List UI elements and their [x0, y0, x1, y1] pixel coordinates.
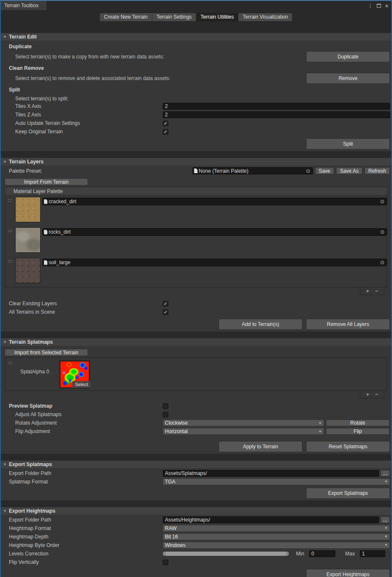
- export-splatmaps-header[interactable]: ▼ Export Splatmaps: [1, 461, 391, 468]
- splat-row[interactable]: SplatAlpha 0 Select: [5, 358, 387, 390]
- tiles-z-input[interactable]: [163, 111, 390, 118]
- object-picker-icon[interactable]: ⊙: [379, 260, 385, 265]
- terrain-layers-header[interactable]: ▼ Terrain Layers: [1, 158, 391, 166]
- add-to-terrains-button[interactable]: Add to Terrain(s): [219, 319, 302, 330]
- foldout-icon[interactable]: ▼: [1, 160, 9, 164]
- window-tab[interactable]: Terrain Toolbox: [1, 1, 47, 10]
- heightmap-format-dropdown[interactable]: RAW ▼: [163, 525, 390, 532]
- layer-objectfield[interactable]: soil_large ⊙: [42, 259, 387, 266]
- splat-label: SplatAlpha 0: [20, 369, 59, 375]
- duplicate-button[interactable]: Duplicate: [306, 51, 390, 62]
- adjust-all-label: Adjust All Splatmaps: [15, 411, 61, 417]
- foldout-icon[interactable]: ▼: [1, 340, 9, 344]
- rotate-adjustment-value: Clockwise: [165, 420, 188, 426]
- layer-thumbnail[interactable]: [15, 258, 41, 283]
- drag-handle-icon[interactable]: [8, 362, 12, 364]
- menu-icon[interactable]: ⋮: [367, 3, 373, 9]
- drag-handle-icon[interactable]: [8, 230, 12, 232]
- section-terrain-layers: ▼ Terrain Layers Palette Preset: None (T…: [1, 158, 391, 331]
- split-button-row: Split: [1, 138, 391, 149]
- splatmap-format-label: Splatmap Format: [9, 479, 48, 485]
- export-folder-path-input[interactable]: [163, 516, 379, 523]
- layer-row[interactable]: soil_large ⊙: [5, 257, 387, 287]
- list-footer: + −: [360, 391, 384, 398]
- foldout-icon[interactable]: ▼: [1, 509, 9, 513]
- drag-handle-icon[interactable]: [8, 199, 12, 202]
- clear-existing-checkbox[interactable]: [163, 301, 168, 306]
- window-title: Terrain Toolbox: [4, 3, 38, 8]
- tab-terrain-visualization[interactable]: Terrain Visualization: [238, 13, 292, 21]
- remove-splat-button[interactable]: −: [375, 392, 378, 397]
- flip-vertically-checkbox[interactable]: [163, 560, 168, 565]
- close-icon[interactable]: ×: [385, 3, 389, 9]
- levels-correction-label: Levels Correction: [9, 551, 48, 557]
- foldout-icon[interactable]: ▼: [1, 462, 9, 467]
- remove-all-layers-button[interactable]: Remove All Layers: [306, 319, 390, 330]
- add-splat-button[interactable]: +: [366, 392, 369, 397]
- rotate-adjustment-dropdown[interactable]: Clockwise ▼: [163, 420, 324, 426]
- flip-adjustment-value: Horizontal: [165, 428, 188, 434]
- terrain-edit-header[interactable]: ▼ Terrain Edit: [1, 33, 391, 41]
- tab-create-new-terrain[interactable]: Create New Terrain: [100, 13, 152, 21]
- export-heightmaps-button[interactable]: Export Heightmaps: [306, 569, 390, 577]
- layer-row[interactable]: rocks_dirt ⊙: [5, 226, 387, 257]
- browse-button[interactable]: ...: [381, 470, 390, 477]
- content: ▼ Terrain Edit Duplicate Select terrain(…: [1, 24, 391, 577]
- layer-row[interactable]: cracked_dirt ⊙: [5, 196, 387, 226]
- preview-splatmap-checkbox[interactable]: [163, 403, 168, 409]
- maximize-icon[interactable]: [377, 4, 381, 8]
- split-button[interactable]: Split: [306, 138, 390, 149]
- splatmap-format-dropdown[interactable]: TGA ▼: [163, 478, 390, 485]
- palette-preset-label: Palette Preset:: [9, 168, 42, 174]
- all-terrains-checkbox[interactable]: [163, 309, 168, 315]
- browse-button[interactable]: ...: [381, 516, 390, 523]
- heightmap-depth-dropdown[interactable]: Bit 16 ▼: [163, 533, 390, 540]
- reset-splatmaps-button[interactable]: Reset Splatmaps: [306, 441, 390, 452]
- layer-objectfield[interactable]: rocks_dirt ⊙: [42, 228, 387, 236]
- save-as-button[interactable]: Save As: [336, 167, 362, 174]
- layer-thumbnail[interactable]: [15, 227, 41, 253]
- splatmap-thumbnail[interactable]: Select: [59, 360, 90, 389]
- foldout-icon[interactable]: ▼: [1, 35, 9, 39]
- heightmap-byte-order-dropdown[interactable]: Windows ▼: [163, 542, 390, 549]
- export-heightmaps-header[interactable]: ▼ Export Heightmaps: [1, 507, 391, 515]
- list-footer: + −: [360, 287, 384, 295]
- object-picker-icon[interactable]: ⊙: [305, 168, 311, 174]
- tab-terrain-settings[interactable]: Terrain Settings: [152, 13, 196, 21]
- levels-correction-slider[interactable]: [163, 552, 289, 556]
- adjust-all-checkbox[interactable]: [163, 412, 168, 417]
- remove-layer-button[interactable]: −: [375, 288, 378, 294]
- slider-max-handle[interactable]: [286, 552, 289, 556]
- split-description-row: Select terrain(s) to split:: [1, 95, 391, 102]
- export-splatmaps-button[interactable]: Export Splatmaps: [306, 488, 390, 499]
- tab-terrain-utilities[interactable]: Terrain Utilities: [196, 13, 238, 21]
- drag-handle-icon[interactable]: [8, 260, 12, 262]
- asset-icon: [194, 168, 197, 173]
- import-from-selected-terrain-button[interactable]: Import from Selected Terrain: [5, 349, 88, 356]
- terrain-splatmaps-header[interactable]: ▼ Terrain Splatmaps: [1, 338, 391, 346]
- clear-existing-label: Clear Existing Layers: [9, 301, 57, 306]
- rotate-button[interactable]: Rotate: [326, 420, 389, 426]
- object-picker-icon[interactable]: ⊙: [379, 229, 385, 235]
- import-from-terrain-button[interactable]: Import From Terrain: [5, 178, 88, 185]
- slider-min-handle[interactable]: [163, 552, 166, 556]
- layer-objectfield[interactable]: cracked_dirt ⊙: [42, 198, 387, 205]
- save-button[interactable]: Save: [315, 167, 334, 174]
- select-button[interactable]: Select: [72, 381, 90, 388]
- max-input[interactable]: [360, 550, 385, 557]
- flip-adjustment-dropdown[interactable]: Horizontal ▼: [163, 428, 324, 435]
- layer-thumbnail[interactable]: [15, 197, 41, 222]
- export-folder-path-input[interactable]: [163, 470, 379, 477]
- refresh-button[interactable]: Refresh: [365, 167, 390, 174]
- auto-update-checkbox[interactable]: [163, 121, 168, 126]
- preview-splatmap-row: Preview Splatmap: [1, 402, 391, 410]
- object-picker-icon[interactable]: ⊙: [379, 199, 385, 204]
- keep-original-checkbox[interactable]: [163, 129, 168, 135]
- apply-to-terrain-button[interactable]: Apply to Terrain: [219, 441, 302, 452]
- palette-preset-objectfield[interactable]: None (Terrain Palette) ⊙: [192, 167, 313, 174]
- flip-button[interactable]: Flip: [326, 428, 389, 435]
- min-input[interactable]: [309, 550, 335, 557]
- remove-button[interactable]: Remove: [306, 73, 390, 84]
- add-layer-button[interactable]: +: [366, 288, 369, 294]
- tiles-x-input[interactable]: [163, 103, 390, 110]
